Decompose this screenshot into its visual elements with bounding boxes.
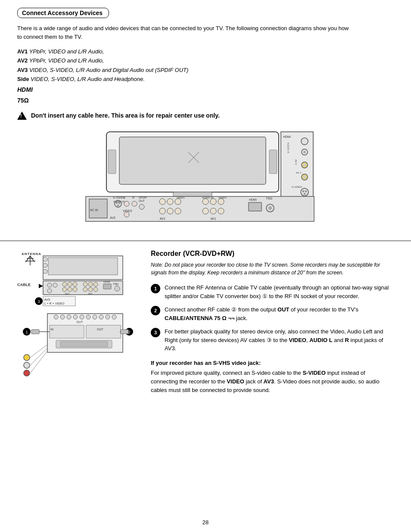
svg-point-90	[88, 282, 93, 286]
svg-rect-117	[50, 325, 84, 338]
warning-text: Don't insert any cable here. This area i…	[31, 112, 220, 119]
page-number: 28	[0, 515, 411, 532]
svg-text:AV3: AV3	[110, 216, 115, 219]
svg-point-89	[83, 282, 87, 286]
step-1-text: Connect the RF Antenna or Cable TV cable…	[165, 283, 394, 300]
svg-text:HDMI: HDMI	[283, 135, 291, 138]
svg-rect-72	[48, 258, 118, 275]
recorder-diagram-svg: ANTENNA CABLE	[17, 250, 138, 409]
svhs-section: If your recorder has an S-VHS video jack…	[151, 360, 394, 395]
svg-point-53	[218, 199, 224, 205]
step-3: 3 For better playback quality for stereo…	[151, 327, 394, 353]
svg-text:ANTENNA: ANTENNA	[22, 252, 41, 256]
svg-point-43	[159, 199, 165, 205]
svg-line-132	[30, 345, 47, 358]
svg-text:L + R + VIDEO: L + R + VIDEO	[44, 302, 65, 305]
svg-point-115	[112, 315, 116, 319]
svg-text:AV 2: AV 2	[295, 159, 297, 165]
svg-text:AUDIO IN: AUDIO IN	[113, 200, 125, 203]
svg-point-85	[62, 287, 67, 292]
svg-rect-1	[119, 137, 266, 184]
svg-point-111	[86, 315, 90, 319]
step-1: 1 Connect the RF Antenna or Cable TV cab…	[151, 283, 394, 300]
right-text: Recorder (VCR-DVD+RW) Note: Do not place…	[151, 250, 394, 502]
step-3-text: For better playback quality for stereo d…	[165, 327, 394, 353]
side-id: Side	[17, 76, 29, 82]
svg-point-86	[68, 287, 72, 292]
svg-text:AV1: AV1	[211, 217, 216, 220]
page: Connect Accessory Devices There is a wid…	[0, 0, 411, 532]
svg-point-11	[303, 151, 306, 153]
connections-list: AV1 YPbPr, VIDEO and L/R Audio, AV2 YPbP…	[17, 47, 394, 106]
svg-point-79	[47, 283, 52, 287]
svg-text:AV2: AV2	[160, 217, 165, 220]
svg-point-80	[53, 283, 57, 287]
svg-text:AV 1: AV 1	[296, 171, 302, 174]
svg-point-19	[301, 188, 308, 196]
svg-point-48	[175, 208, 181, 214]
svg-point-82	[62, 282, 67, 286]
recorder-note: Note: Do not place your recorder too clo…	[151, 261, 394, 277]
recorder-title: Recorder (VCR-DVD+RW)	[151, 250, 394, 258]
step-2: 2 Connect another RF cable ② from the ou…	[151, 305, 394, 322]
svg-text:OUT: OUT	[77, 320, 84, 324]
connection-av3: AV3 VIDEO, S-VIDEO, L/R Audio and Digita…	[17, 65, 394, 75]
svg-point-38	[124, 212, 129, 217]
svg-point-94	[93, 287, 98, 292]
step-1-number: 1	[151, 284, 160, 293]
svg-line-134	[30, 348, 47, 365]
svg-text:OUT: OUT	[139, 199, 145, 202]
av3-desc: VIDEO, S-VIDEO, L/R Audio and Digital Au…	[29, 67, 188, 73]
svhs-title: If your recorder has an S-VHS video jack…	[151, 360, 394, 366]
svg-text:75Ω: 75Ω	[113, 283, 118, 286]
svg-point-41	[139, 204, 144, 209]
left-diagram: ANTENNA CABLE	[17, 250, 138, 502]
av1-id: AV1	[17, 48, 28, 55]
svg-text:AUDIO IN: AUDIO IN	[202, 196, 214, 199]
svg-point-14	[303, 164, 306, 166]
svg-point-21	[305, 190, 307, 192]
svg-point-84	[73, 282, 77, 286]
svg-point-51	[202, 199, 209, 205]
svg-point-35	[124, 201, 129, 206]
svg-rect-60	[249, 202, 262, 211]
connection-av2: AV2 YPbPr, VIDEO and L/R Audio,	[17, 56, 394, 65]
svg-point-109	[73, 315, 78, 319]
svg-text:3: 3	[37, 299, 40, 304]
svg-point-64	[268, 206, 272, 210]
av2-id: AV2	[17, 57, 28, 64]
svg-point-17	[303, 176, 306, 178]
svg-point-44	[167, 199, 173, 205]
svg-point-133	[24, 362, 30, 368]
svg-rect-125	[31, 330, 39, 334]
svg-point-47	[167, 208, 173, 214]
svg-point-81	[47, 289, 52, 293]
connection-side: Side VIDEO, S-VIDEO, L/R Audio and Headp…	[17, 75, 394, 84]
svg-text:1: 1	[25, 330, 28, 334]
svg-rect-6	[173, 192, 212, 196]
svg-text:VIDEO: VIDEO	[218, 196, 227, 199]
svg-text:AUDIO R: AUDIO R	[287, 142, 290, 153]
svhs-text: For improved picture quality, connect an…	[151, 369, 394, 395]
svg-point-73	[43, 257, 47, 261]
svg-text:HDMI: HDMI	[103, 280, 110, 283]
svg-text:S-VIDEO: S-VIDEO	[292, 186, 302, 188]
svg-line-136	[30, 351, 47, 373]
svg-text:CABLE: CABLE	[17, 283, 31, 287]
warning-line: Don't insert any cable here. This area i…	[17, 112, 394, 120]
svg-marker-77	[39, 284, 43, 288]
intro-text: There is a wide range of audio and video…	[17, 24, 353, 41]
svg-point-107	[60, 315, 65, 319]
svg-rect-129	[121, 330, 128, 334]
svg-point-46	[159, 208, 165, 214]
step-2-number: 2	[151, 306, 160, 315]
svg-point-22	[304, 193, 305, 195]
av3-id: AV3	[17, 67, 28, 73]
svg-text:SPDIF: SPDIF	[139, 196, 147, 199]
section-title: Connect Accessory Devices	[17, 8, 109, 18]
av2-desc: YPbPr, VIDEO and L/R Audio,	[29, 57, 104, 64]
svg-text:VIDEO: VIDEO	[177, 196, 185, 199]
svg-point-56	[218, 208, 224, 214]
svg-rect-96	[103, 284, 111, 289]
bottom-section: ANTENNA CABLE	[0, 241, 411, 515]
